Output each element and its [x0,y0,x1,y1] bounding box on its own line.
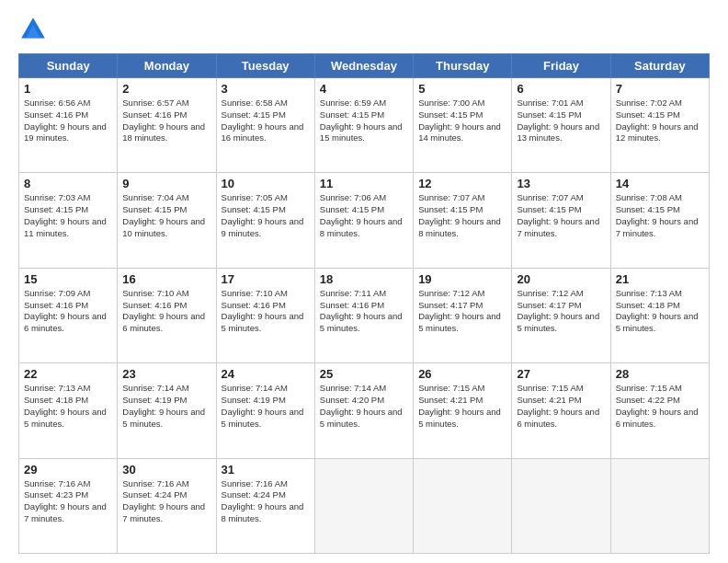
day-number: 23 [122,367,210,381]
day-cell [314,458,413,553]
day-info: Sunrise: 7:14 AM Sunset: 4:19 PM Dayligh… [122,383,210,430]
week-row-4: 22 Sunrise: 7:13 AM Sunset: 4:18 PM Dayl… [19,363,710,458]
day-number: 6 [517,82,605,96]
day-number: 11 [320,177,408,190]
week-row-2: 8 Sunrise: 7:03 AM Sunset: 4:15 PM Dayli… [19,173,710,268]
day-info: Sunrise: 7:07 AM Sunset: 4:15 PM Dayligh… [418,192,506,239]
day-number: 26 [418,367,506,381]
day-cell: 10 Sunrise: 7:05 AM Sunset: 4:15 PM Dayl… [216,173,314,268]
day-info: Sunrise: 7:14 AM Sunset: 4:20 PM Dayligh… [320,383,408,430]
day-number: 22 [24,367,112,381]
day-cell: 3 Sunrise: 6:58 AM Sunset: 4:15 PM Dayli… [216,78,314,173]
day-cell: 17 Sunrise: 7:10 AM Sunset: 4:16 PM Dayl… [216,268,314,362]
day-info: Sunrise: 7:14 AM Sunset: 4:19 PM Dayligh… [222,383,310,430]
day-number: 7 [616,82,704,96]
day-number: 20 [517,272,605,286]
day-number: 10 [222,177,310,190]
day-info: Sunrise: 7:00 AM Sunset: 4:15 PM Dayligh… [418,98,506,144]
day-info: Sunrise: 7:07 AM Sunset: 4:15 PM Dayligh… [517,192,605,239]
day-cell: 5 Sunrise: 7:00 AM Sunset: 4:15 PM Dayli… [414,78,512,173]
week-row-5: 29 Sunrise: 7:16 AM Sunset: 4:23 PM Dayl… [19,458,710,553]
day-cell: 28 Sunrise: 7:15 AM Sunset: 4:22 PM Dayl… [610,363,709,458]
day-number: 28 [616,367,704,381]
day-number: 19 [418,272,506,286]
day-cell: 31 Sunrise: 7:16 AM Sunset: 4:24 PM Dayl… [216,458,314,553]
day-cell: 19 Sunrise: 7:12 AM Sunset: 4:17 PM Dayl… [414,268,512,362]
day-number: 31 [222,463,310,477]
day-number: 30 [122,463,210,477]
day-info: Sunrise: 7:06 AM Sunset: 4:15 PM Dayligh… [320,192,408,239]
day-cell: 27 Sunrise: 7:15 AM Sunset: 4:21 PM Dayl… [512,363,610,458]
day-info: Sunrise: 7:13 AM Sunset: 4:18 PM Dayligh… [24,383,112,430]
day-info: Sunrise: 7:13 AM Sunset: 4:18 PM Dayligh… [616,288,704,335]
day-cell: 2 Sunrise: 6:57 AM Sunset: 4:16 PM Dayli… [118,78,216,173]
day-cell: 29 Sunrise: 7:16 AM Sunset: 4:23 PM Dayl… [19,458,118,553]
day-number: 21 [616,272,704,286]
day-info: Sunrise: 7:16 AM Sunset: 4:24 PM Dayligh… [122,478,210,525]
day-info: Sunrise: 7:10 AM Sunset: 4:16 PM Dayligh… [122,288,210,335]
day-info: Sunrise: 7:12 AM Sunset: 4:17 PM Dayligh… [418,288,506,335]
day-number: 1 [24,82,112,96]
day-number: 29 [24,463,112,477]
day-info: Sunrise: 6:57 AM Sunset: 4:16 PM Dayligh… [122,98,210,144]
day-cell: 23 Sunrise: 7:14 AM Sunset: 4:19 PM Dayl… [118,363,216,458]
day-cell: 12 Sunrise: 7:07 AM Sunset: 4:15 PM Dayl… [414,173,512,268]
day-info: Sunrise: 6:58 AM Sunset: 4:15 PM Dayligh… [222,98,310,144]
day-cell: 1 Sunrise: 6:56 AM Sunset: 4:16 PM Dayli… [19,78,118,173]
day-number: 9 [122,177,210,190]
col-header-sunday: Sunday [19,54,118,78]
day-cell: 24 Sunrise: 7:14 AM Sunset: 4:19 PM Dayl… [216,363,314,458]
day-cell: 30 Sunrise: 7:16 AM Sunset: 4:24 PM Dayl… [118,458,216,553]
day-number: 14 [616,177,704,190]
day-cell: 26 Sunrise: 7:15 AM Sunset: 4:21 PM Dayl… [414,363,512,458]
day-cell: 9 Sunrise: 7:04 AM Sunset: 4:15 PM Dayli… [118,173,216,268]
day-number: 3 [222,82,310,96]
day-info: Sunrise: 7:15 AM Sunset: 4:21 PM Dayligh… [418,383,506,430]
day-number: 18 [320,272,408,286]
day-cell: 13 Sunrise: 7:07 AM Sunset: 4:15 PM Dayl… [512,173,610,268]
day-info: Sunrise: 7:05 AM Sunset: 4:15 PM Dayligh… [222,192,310,239]
day-info: Sunrise: 7:16 AM Sunset: 4:23 PM Dayligh… [24,478,112,525]
day-info: Sunrise: 7:15 AM Sunset: 4:22 PM Dayligh… [616,383,704,430]
day-cell [414,458,512,553]
day-number: 4 [320,82,408,96]
day-number: 25 [320,367,408,381]
day-cell: 8 Sunrise: 7:03 AM Sunset: 4:15 PM Dayli… [19,173,118,268]
day-number: 16 [122,272,210,286]
day-info: Sunrise: 7:12 AM Sunset: 4:17 PM Dayligh… [517,288,605,335]
day-cell: 21 Sunrise: 7:13 AM Sunset: 4:18 PM Dayl… [610,268,709,362]
header [18,15,710,44]
day-info: Sunrise: 7:03 AM Sunset: 4:15 PM Dayligh… [24,192,112,239]
day-number: 27 [517,367,605,381]
week-row-1: 1 Sunrise: 6:56 AM Sunset: 4:16 PM Dayli… [19,78,710,173]
day-number: 15 [24,272,112,286]
day-cell: 4 Sunrise: 6:59 AM Sunset: 4:15 PM Dayli… [314,78,413,173]
day-cell: 16 Sunrise: 7:10 AM Sunset: 4:16 PM Dayl… [118,268,216,362]
day-number: 8 [24,177,112,190]
calendar-table: SundayMondayTuesdayWednesdayThursdayFrid… [18,53,710,554]
page: SundayMondayTuesdayWednesdayThursdayFrid… [0,0,728,563]
day-number: 24 [222,367,310,381]
day-info: Sunrise: 7:16 AM Sunset: 4:24 PM Dayligh… [222,478,310,525]
day-info: Sunrise: 7:08 AM Sunset: 4:15 PM Dayligh… [616,192,704,239]
day-number: 13 [517,177,605,190]
day-cell: 14 Sunrise: 7:08 AM Sunset: 4:15 PM Dayl… [610,173,709,268]
day-info: Sunrise: 7:02 AM Sunset: 4:15 PM Dayligh… [616,98,704,144]
day-cell: 20 Sunrise: 7:12 AM Sunset: 4:17 PM Dayl… [512,268,610,362]
day-info: Sunrise: 6:56 AM Sunset: 4:16 PM Dayligh… [24,98,112,144]
day-info: Sunrise: 7:04 AM Sunset: 4:15 PM Dayligh… [122,192,210,239]
day-info: Sunrise: 7:11 AM Sunset: 4:16 PM Dayligh… [320,288,408,335]
logo-icon [18,15,48,44]
day-cell: 6 Sunrise: 7:01 AM Sunset: 4:15 PM Dayli… [512,78,610,173]
day-number: 5 [418,82,506,96]
day-info: Sunrise: 7:15 AM Sunset: 4:21 PM Dayligh… [517,383,605,430]
day-number: 17 [222,272,310,286]
day-info: Sunrise: 7:01 AM Sunset: 4:15 PM Dayligh… [517,98,605,144]
day-number: 2 [122,82,210,96]
calendar-header-row: SundayMondayTuesdayWednesdayThursdayFrid… [19,54,710,78]
day-cell: 15 Sunrise: 7:09 AM Sunset: 4:16 PM Dayl… [19,268,118,362]
day-info: Sunrise: 6:59 AM Sunset: 4:15 PM Dayligh… [320,98,408,144]
day-cell: 18 Sunrise: 7:11 AM Sunset: 4:16 PM Dayl… [314,268,413,362]
day-cell: 11 Sunrise: 7:06 AM Sunset: 4:15 PM Dayl… [314,173,413,268]
day-cell: 25 Sunrise: 7:14 AM Sunset: 4:20 PM Dayl… [314,363,413,458]
